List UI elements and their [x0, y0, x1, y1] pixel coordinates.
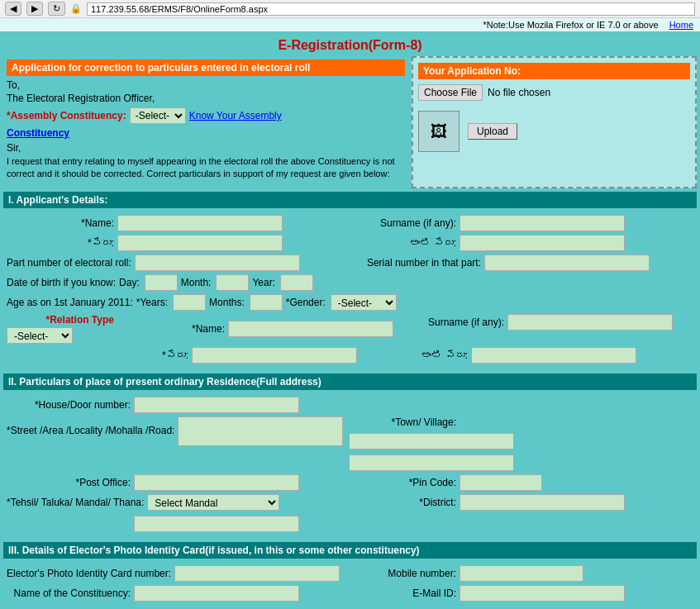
- telugu-name-input[interactable]: [117, 235, 283, 251]
- email-form-row: E-Mail ID:: [349, 585, 693, 602]
- part-serial-row: Part number of electoral roll: Serial nu…: [7, 255, 693, 274]
- dob-label: Date of birth if you know:: [7, 277, 116, 288]
- home-link[interactable]: Home: [669, 20, 693, 30]
- town-form-row: *Town/ Village:: [349, 416, 693, 471]
- gender-label: *Gender:: [286, 297, 326, 308]
- rel-surname-form-row: Surname (if any):: [397, 314, 693, 331]
- section2-header: II. Particulars of place of present ordi…: [3, 373, 697, 390]
- know-your-link[interactable]: Know Your Assembly: [189, 110, 282, 121]
- house-input[interactable]: [134, 397, 299, 413]
- const-email-row: Name of the Constituency: E-Mail ID:: [7, 585, 693, 605]
- form-body-3: Elector's Photo Identity Card number: Mo…: [3, 562, 697, 608]
- name-row: *Name: Surname (if any):: [7, 215, 693, 235]
- forward-button[interactable]: ▶: [26, 2, 43, 16]
- name-form-row: *Name:: [7, 215, 345, 231]
- telugu-name-row: *పేరు: అంటి పేరు:: [7, 235, 693, 255]
- day-label: Day:: [119, 277, 140, 288]
- street-label: *Street /Area /Locality /Mohalla /Road:: [7, 425, 174, 438]
- card-input[interactable]: [174, 565, 340, 582]
- post-input[interactable]: [134, 474, 299, 491]
- town-input-1[interactable]: [349, 433, 514, 450]
- telugu-name-form-row: *పేరు:: [7, 235, 345, 251]
- left-panel: Application for correction to particular…: [3, 56, 408, 188]
- right-panel: Your Application No: Choose File No file…: [412, 56, 697, 188]
- year-label: Year:: [252, 277, 275, 288]
- url-input[interactable]: [87, 2, 695, 16]
- dob-row: Date of birth if you know: Day: Month: Y…: [7, 274, 693, 291]
- surname-label: Surname (if any):: [349, 217, 456, 229]
- mobile-input[interactable]: [460, 565, 583, 582]
- age-years-input[interactable]: [173, 294, 206, 311]
- part-number-input[interactable]: [135, 255, 300, 271]
- serial-number-label: Serial number in that part:: [349, 257, 481, 269]
- rel-name-input[interactable]: [228, 321, 393, 337]
- officer-text: The Electoral Registration Officer,: [7, 93, 405, 104]
- rel-telugu-surname-form-row: అంటి పేరు:: [360, 347, 693, 364]
- main-container: E-Registration(Form-8) Application for c…: [0, 31, 700, 609]
- pin-input[interactable]: [460, 474, 542, 491]
- pin-form-row: *Pin Code:: [349, 474, 693, 491]
- refresh-button[interactable]: ↻: [48, 2, 65, 16]
- telugu-surname-label: అంటి పేరు:: [349, 237, 456, 249]
- mandal-select[interactable]: Select Mandal: [147, 494, 279, 511]
- house-row: *House/Door number:: [7, 397, 693, 413]
- telugu-surname-input[interactable]: [460, 235, 625, 251]
- photo-placeholder: 🖼: [418, 111, 460, 152]
- card-label: Elector's Photo Identity Card number:: [7, 568, 171, 579]
- rel-name-label: *Name:: [117, 323, 225, 335]
- back-button[interactable]: ◀: [5, 2, 21, 16]
- town-input-2[interactable]: [349, 454, 514, 471]
- constituency-link[interactable]: Constituency: [7, 127, 69, 139]
- rel-telugu-name-input[interactable]: [192, 347, 357, 364]
- serial-number-form-row: Serial number in that part:: [349, 255, 693, 271]
- month-label: Month:: [181, 277, 212, 288]
- mobile-form-row: Mobile number:: [349, 565, 693, 582]
- house-label: *House/Door number:: [7, 399, 131, 411]
- tehsil-input[interactable]: [134, 516, 299, 532]
- name-label: *Name:: [7, 217, 114, 229]
- body-text: I request that entry relating to myself …: [7, 155, 405, 181]
- street-form-row: *Street /Area /Locality /Mohalla /Road:: [7, 416, 345, 446]
- file-row: Choose File No file chosen: [418, 84, 690, 101]
- street-input[interactable]: [178, 416, 343, 446]
- your-app-no: Your Application No:: [418, 63, 690, 79]
- email-label: E-Mail ID:: [349, 588, 456, 599]
- rel-telugu-row: *పేరు: అంటి పేరు:: [7, 347, 693, 367]
- tehsil-district-row: *Tehsil/ Taluka/ Mandal/ Thana: Select M…: [7, 494, 693, 535]
- assembly-select[interactable]: -Select-: [130, 107, 186, 124]
- street-town-row: *Street /Area /Locality /Mohalla /Road: …: [7, 416, 693, 474]
- relation-type-select[interactable]: -Select-: [7, 327, 73, 344]
- part-number-label: Part number of electoral roll:: [7, 257, 131, 269]
- email-input[interactable]: [460, 585, 625, 602]
- gender-select[interactable]: -Select-: [331, 294, 397, 311]
- to-text: To,: [7, 79, 405, 91]
- tehsil-form-row: *Tehsil/ Taluka/ Mandal/ Thana: Select M…: [7, 494, 345, 532]
- dob-day-input[interactable]: [145, 274, 178, 291]
- top-section: Application for correction to particular…: [3, 56, 697, 188]
- district-input[interactable]: [460, 494, 625, 511]
- rel-telugu-name-label: *పేరు:: [81, 350, 188, 361]
- age-months-input[interactable]: [250, 294, 283, 311]
- upload-button[interactable]: Upload: [468, 123, 517, 140]
- address-bar: ◀ ▶ ↻ 🔒: [0, 0, 700, 18]
- rel-telugu-surname-input[interactable]: [471, 347, 636, 364]
- post-pin-row: *Post Office: *Pin Code:: [7, 474, 693, 494]
- const-input[interactable]: [134, 585, 299, 602]
- dob-year-input[interactable]: [280, 274, 313, 291]
- serial-number-input[interactable]: [484, 255, 650, 271]
- months-label: Months:: [209, 297, 245, 308]
- choose-file-button[interactable]: Choose File: [418, 84, 483, 101]
- rel-telugu-name-form-row: *పేరు:: [7, 347, 357, 364]
- form-body-2: *House/Door number: *Street /Area /Local…: [3, 393, 697, 539]
- rel-surname-input[interactable]: [507, 314, 673, 331]
- surname-input[interactable]: [460, 215, 625, 231]
- card-form-row: Elector's Photo Identity Card number:: [7, 565, 345, 582]
- dob-month-input[interactable]: [216, 274, 249, 291]
- assembly-label: *Assembly Constituency:: [7, 110, 126, 121]
- post-form-row: *Post Office:: [7, 474, 345, 491]
- telugu-name-label: *పేరు:: [7, 237, 114, 249]
- name-input[interactable]: [117, 215, 283, 231]
- town-label: *Town/ Village:: [349, 416, 456, 428]
- pin-label: *Pin Code:: [349, 477, 456, 488]
- age-gender-row: Age as on 1st January 2011: *Years: Mont…: [7, 294, 693, 311]
